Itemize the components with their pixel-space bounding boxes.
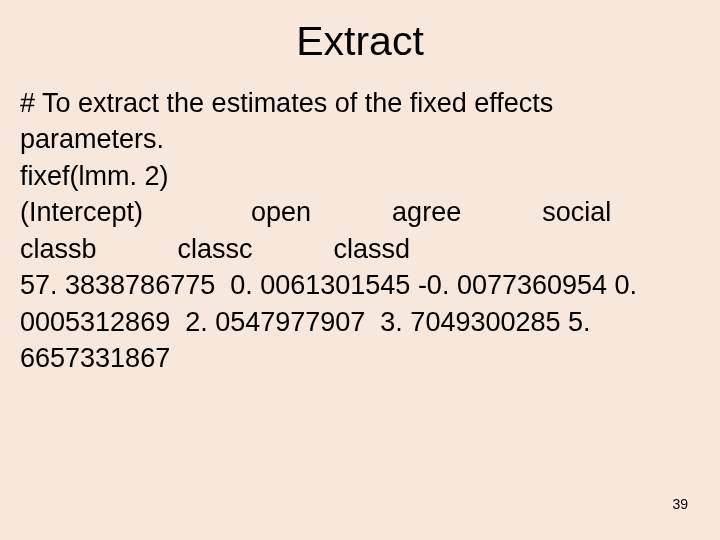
content-line: 57. 3838786775 0. 0061301545 -0. 0077360… [20, 267, 700, 376]
slide-content: # To extract the estimates of the fixed … [20, 85, 700, 377]
slide-title: Extract [20, 18, 700, 65]
slide: Extract # To extract the estimates of th… [0, 0, 720, 540]
content-line: fixef(lmm. 2) [20, 158, 700, 194]
content-line: (Intercept) open agree social classb cla… [20, 194, 700, 267]
page-number: 39 [672, 496, 688, 512]
content-line: # To extract the estimates of the fixed … [20, 85, 700, 158]
